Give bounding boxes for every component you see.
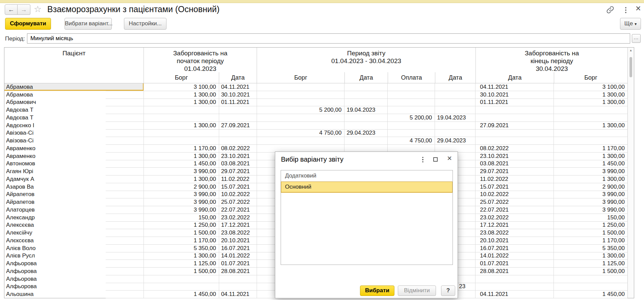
cell[interactable]: 22.07.2021 xyxy=(475,206,554,214)
patient-cell-spacer[interactable] xyxy=(106,198,144,206)
patient-cell[interactable]: Алфьорова xyxy=(4,275,106,283)
cell[interactable]: 1 125,00 xyxy=(144,260,219,268)
patient-cell-spacer[interactable] xyxy=(106,83,144,91)
cell[interactable]: 1 300,00 xyxy=(144,153,219,160)
cell[interactable]: 1 300,00 xyxy=(554,122,627,130)
cell[interactable]: 03.08.2021 xyxy=(219,160,257,168)
patient-cell-spacer[interactable] xyxy=(106,106,144,114)
patient-cell[interactable]: Агаян Юрі xyxy=(4,168,106,175)
cell[interactable]: 1 250,00 xyxy=(554,222,627,229)
patient-cell-spacer[interactable] xyxy=(106,268,144,275)
cell[interactable]: 19.04.2023 xyxy=(344,106,388,114)
cell[interactable]: 5 350,00 xyxy=(554,245,627,252)
patient-cell-spacer[interactable] xyxy=(106,137,144,145)
patient-cell[interactable]: Адамчук А xyxy=(4,175,106,183)
patient-cell-spacer[interactable] xyxy=(106,160,144,168)
cell[interactable] xyxy=(388,106,435,114)
cell[interactable]: 23.10.2021 xyxy=(475,153,554,160)
patient-cell[interactable]: Алексєєва xyxy=(4,222,106,229)
patient-cell-spacer[interactable] xyxy=(106,252,144,260)
cell[interactable]: 04.11.2021 xyxy=(219,291,257,298)
cell[interactable]: 08.02.2022 xyxy=(219,145,257,153)
cell[interactable]: 30.10.2021 xyxy=(475,91,554,99)
table-row[interactable]: Авізова-Сі4 750,0029.04.2023 xyxy=(4,130,627,137)
patient-cell-spacer[interactable] xyxy=(106,191,144,199)
cell[interactable] xyxy=(435,106,475,114)
cell[interactable]: 1 300,00 xyxy=(554,91,627,99)
cell[interactable]: 27.09.2021 xyxy=(219,122,257,130)
cell[interactable] xyxy=(435,91,475,99)
cell[interactable]: 1 450,00 xyxy=(144,291,219,298)
cell[interactable]: 1 170,00 xyxy=(554,145,627,153)
cell[interactable] xyxy=(344,114,388,122)
patient-cell[interactable]: Альошина xyxy=(4,291,106,298)
cell[interactable] xyxy=(475,283,554,291)
dialog-close-button[interactable]: × xyxy=(445,154,454,163)
cell[interactable]: 29.04.2023 xyxy=(344,130,388,137)
cell[interactable]: 2 900,00 xyxy=(554,183,627,191)
cell[interactable] xyxy=(388,122,435,130)
cell[interactable]: 22.07.2021 xyxy=(219,206,257,214)
cell[interactable]: 04.11.2021 xyxy=(475,291,554,298)
cell[interactable] xyxy=(219,130,257,137)
patient-cell-spacer[interactable] xyxy=(106,99,144,107)
cell[interactable] xyxy=(257,122,345,130)
cell[interactable]: 03.08.2021 xyxy=(475,160,554,168)
cell[interactable] xyxy=(144,275,219,283)
cell[interactable]: 28.08.2021 xyxy=(475,268,554,275)
cell[interactable]: 11.02.2022 xyxy=(219,175,257,183)
patient-cell-spacer[interactable] xyxy=(106,183,144,191)
cell[interactable]: 1 300,00 xyxy=(144,99,219,107)
patient-cell-spacer[interactable] xyxy=(106,91,144,99)
cell[interactable]: 5 350,00 xyxy=(144,245,219,252)
patient-cell-spacer[interactable] xyxy=(106,145,144,153)
cell[interactable]: 3 990,00 xyxy=(554,191,627,199)
cell[interactable] xyxy=(144,283,219,291)
cell[interactable]: 1 300,00 xyxy=(554,153,627,160)
cell[interactable]: 15.07.2021 xyxy=(219,183,257,191)
column-header-date[interactable]: Дата xyxy=(345,72,388,83)
back-button[interactable]: ← xyxy=(5,4,18,15)
cell[interactable]: 1 300,00 xyxy=(144,122,219,130)
patient-cell[interactable]: Алєксєєва xyxy=(4,237,106,245)
patient-cell[interactable]: Авраменко xyxy=(4,145,106,153)
favorite-star-icon[interactable]: ☆ xyxy=(34,4,42,14)
cell[interactable] xyxy=(388,91,435,99)
cell[interactable]: 25.07.2022 xyxy=(219,198,257,206)
cell[interactable]: 01.11.2021 xyxy=(219,99,257,107)
cell[interactable] xyxy=(257,83,345,91)
cell[interactable]: 29.04.2023 xyxy=(435,137,475,145)
cell[interactable]: 150,00 xyxy=(144,214,219,222)
patient-cell[interactable]: Авдєєнко І xyxy=(4,122,106,130)
cell[interactable] xyxy=(344,137,388,145)
cell[interactable]: 3 990,00 xyxy=(144,168,219,175)
column-header-debt[interactable]: Борг xyxy=(144,72,219,83)
cell[interactable]: 1 250,00 xyxy=(144,222,219,229)
dialog-select-button[interactable]: Вибрати xyxy=(360,285,394,296)
cell[interactable]: 23.10.2021 xyxy=(219,153,257,160)
patient-cell[interactable]: Абрамович xyxy=(4,99,106,107)
cell[interactable]: 01.11.2021 xyxy=(475,99,554,107)
choose-variant-button[interactable]: Вибрати варіант... xyxy=(65,18,112,30)
patient-cell[interactable]: Алексійчу xyxy=(4,229,106,237)
variant-option-dodatkovyi[interactable]: Додатковий xyxy=(281,170,453,182)
cell[interactable]: 2 900,00 xyxy=(144,183,219,191)
column-header-date[interactable]: Дата xyxy=(219,72,257,83)
cell[interactable]: 17.12.2021 xyxy=(475,222,554,229)
patient-cell[interactable]: Абрамова xyxy=(4,83,106,91)
cell[interactable]: 08.02.2022 xyxy=(475,145,554,153)
dialog-maximize-icon[interactable] xyxy=(433,157,438,162)
column-header-patient[interactable]: Пацієнт xyxy=(4,48,144,83)
cell[interactable] xyxy=(219,137,257,145)
patient-cell-spacer[interactable] xyxy=(106,114,144,122)
cell[interactable] xyxy=(554,283,627,291)
period-picker-button[interactable]: ... xyxy=(632,34,641,43)
patient-cell-spacer[interactable] xyxy=(106,245,144,252)
cell[interactable] xyxy=(144,106,219,114)
cell[interactable] xyxy=(344,122,388,130)
patient-cell-spacer[interactable] xyxy=(106,206,144,214)
cell[interactable]: 4 750,00 xyxy=(388,137,435,145)
cell[interactable]: 14.01.2022 xyxy=(219,252,257,260)
dialog-help-button[interactable]: ? xyxy=(441,285,455,296)
cell[interactable]: 15.07.2021 xyxy=(475,183,554,191)
